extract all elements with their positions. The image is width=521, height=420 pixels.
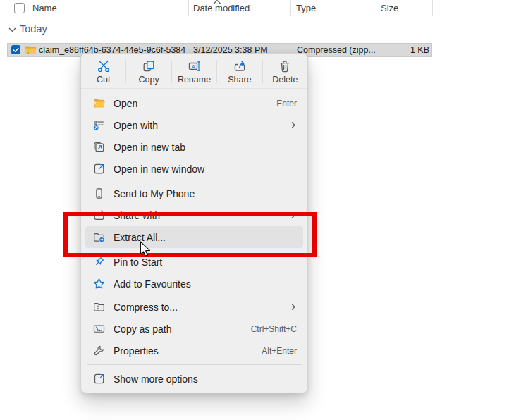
copy-icon (142, 59, 156, 73)
file-type: Compressed (zipp... (297, 45, 376, 55)
menu-separator (87, 364, 302, 365)
group-label: Today (20, 23, 47, 35)
menu-item-share-with[interactable]: Share with (85, 204, 303, 226)
context-menu-list: Open Enter Open with (81, 89, 307, 390)
column-divider[interactable] (432, 0, 433, 16)
menu-item-open[interactable]: Open Enter (85, 92, 303, 114)
menu-item-copy-as-path[interactable]: Copy as path Ctrl+Shift+C (85, 318, 303, 340)
file-explorer-screen: Name Date modified Type Size Today cla (0, 0, 521, 420)
submenu-chevron-icon (289, 303, 297, 311)
menu-item-send-to-my-phone[interactable]: Send to My Phone (85, 183, 303, 204)
sort-ascending-icon (213, 0, 221, 4)
toolbar-button-label: Cut (97, 75, 110, 85)
column-header-type[interactable]: Type (296, 3, 316, 13)
open-new-window-icon (92, 162, 106, 176)
column-divider[interactable] (290, 0, 291, 16)
menu-item-properties[interactable]: Properties Alt+Enter (85, 340, 303, 362)
menu-item-open-in-new-window[interactable]: Open in new window (85, 158, 303, 180)
svg-text:A: A (191, 63, 195, 69)
menu-item-label: Pin to Start (114, 257, 162, 268)
menu-item-label: Extract All... (114, 232, 166, 243)
menu-item-label: Send to My Phone (114, 188, 195, 199)
toolbar-button-label: Copy (139, 75, 159, 85)
menu-item-compress-to[interactable]: Compress to... (85, 296, 303, 318)
group-collapse-chevron-icon[interactable] (8, 27, 16, 32)
shortcut-hint: Alt+Enter (262, 346, 297, 356)
context-menu: Cut Copy A Renam (80, 53, 308, 393)
menu-item-add-to-favourites[interactable]: Add to Favourites (85, 273, 303, 295)
submenu-chevron-icon (289, 211, 297, 219)
menu-item-label: Open in new tab (114, 142, 185, 153)
shortcut-hint: Enter (276, 99, 297, 109)
star-icon (92, 277, 106, 291)
cut-icon (97, 59, 111, 73)
column-header-name[interactable]: Name (32, 3, 57, 13)
submenu-chevron-icon (289, 121, 297, 129)
rename-icon: A (188, 59, 202, 73)
menu-item-extract-all[interactable]: Extract All... (85, 226, 303, 248)
toolbar-button-label: Share (228, 75, 251, 85)
menu-item-label: Properties (114, 345, 159, 357)
context-menu-toolbar: Cut Copy A Renam (81, 54, 307, 88)
menu-item-pin-to-start[interactable]: Pin to Start (85, 251, 303, 273)
column-header-date-modified[interactable]: Date modified (193, 3, 250, 13)
toolbar-button-label: Delete (272, 75, 298, 85)
open-new-tab-icon (92, 140, 106, 154)
copy-path-icon (92, 322, 106, 336)
column-divider[interactable] (376, 0, 376, 16)
menu-item-label: Compress to... (114, 302, 178, 313)
menu-item-open-with[interactable]: Open with (85, 114, 303, 136)
select-all-checkbox[interactable] (14, 3, 25, 13)
share-button[interactable]: Share (217, 55, 262, 88)
menu-item-label: Share with (114, 210, 160, 221)
extract-all-icon (92, 230, 106, 245)
open-with-icon (92, 118, 106, 132)
file-size: 1 KB (380, 45, 429, 55)
folder-open-icon (92, 97, 106, 111)
show-more-icon (92, 372, 106, 386)
menu-item-label: Open (114, 98, 137, 109)
compress-icon (92, 300, 106, 314)
cut-button[interactable]: Cut (81, 55, 125, 88)
menu-item-label: Open in new window (114, 163, 204, 175)
share-icon (233, 59, 247, 73)
menu-item-label: Open with (114, 120, 158, 131)
column-divider[interactable] (188, 0, 189, 16)
share-with-icon (92, 209, 106, 223)
rename-button[interactable]: A Rename (172, 55, 216, 88)
shortcut-hint: Ctrl+Shift+C (251, 324, 297, 334)
pin-icon (92, 255, 106, 269)
column-header-size[interactable]: Size (381, 3, 398, 13)
delete-button[interactable]: Delete (263, 55, 307, 88)
menu-item-label: Add to Favourites (114, 278, 191, 290)
menu-item-label: Show more options (114, 373, 198, 385)
toolbar-button-label: Rename (178, 75, 211, 85)
menu-item-show-more-options[interactable]: Show more options (85, 368, 303, 390)
menu-item-open-in-new-tab[interactable]: Open in new tab (85, 136, 303, 158)
wrench-icon (92, 344, 106, 358)
file-checkbox[interactable] (11, 45, 20, 54)
menu-item-label: Copy as path (114, 323, 172, 335)
zip-folder-icon (25, 45, 37, 55)
phone-icon (92, 187, 106, 201)
delete-icon (278, 59, 292, 73)
copy-button[interactable]: Copy (126, 55, 171, 88)
